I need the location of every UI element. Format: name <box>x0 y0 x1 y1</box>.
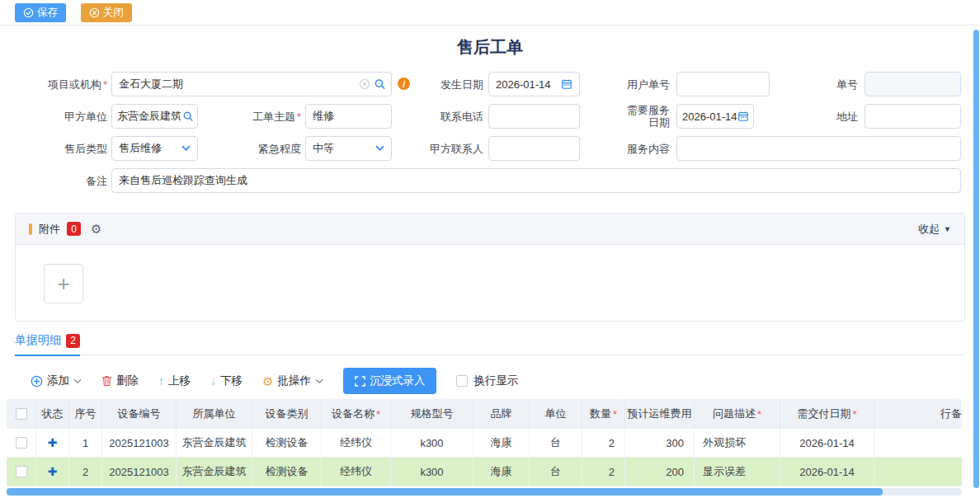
work-subject-input[interactable] <box>305 104 392 129</box>
collapse-label: 收起 <box>918 222 940 237</box>
address-field <box>865 104 961 129</box>
project-label: 项目或机构* <box>15 72 107 96</box>
status-plus-icon[interactable]: ✚ <box>48 436 58 449</box>
cell-qty[interactable]: 2 <box>582 458 625 486</box>
vertical-scrollbar-thumb[interactable] <box>973 30 979 488</box>
select-all-checkbox[interactable] <box>16 408 27 420</box>
batch-operations-button[interactable]: ⚙ 批操作 <box>262 374 323 388</box>
status-plus-icon[interactable]: ✚ <box>48 465 58 478</box>
top-action-bar: 保存 关闭 <box>0 0 980 26</box>
search-icon[interactable] <box>182 110 194 122</box>
user-order-no-input[interactable] <box>676 72 770 96</box>
chevron-down-icon <box>73 378 82 384</box>
horizontal-scrollbar-thumb[interactable] <box>7 488 883 496</box>
column-header-fee: 预计运维费用 <box>625 399 695 429</box>
party-a-unit-label: 甲方单位 <box>15 104 107 129</box>
cell-row_note[interactable] <box>874 429 962 457</box>
urgency-select[interactable]: 中等 <box>305 136 392 161</box>
cell-seq[interactable]: 2 <box>69 458 102 486</box>
party-a-contact-input[interactable] <box>488 136 580 161</box>
aftersales-type-label: 售后类型 <box>15 136 107 161</box>
row-checkbox[interactable] <box>16 466 27 477</box>
save-button[interactable]: 保存 <box>15 3 66 22</box>
clear-icon[interactable] <box>359 78 370 90</box>
wrap-display-toggle[interactable]: 换行显示 <box>456 374 518 388</box>
column-header-qty: 数量* <box>582 399 625 429</box>
row-checkbox[interactable] <box>16 437 27 449</box>
info-icon[interactable]: i <box>398 78 410 90</box>
wrap-display-checkbox[interactable] <box>456 375 468 387</box>
detail-count-badge: 2 <box>66 334 80 348</box>
urgency-field: 中等 <box>305 136 392 161</box>
cell-category[interactable]: 检测设备 <box>252 429 322 457</box>
service-date-input[interactable]: 2026-01-14 0 <box>676 104 754 129</box>
trash-icon <box>101 375 112 387</box>
cell-owner_unit[interactable]: 东营金辰建筑 <box>177 429 252 457</box>
delete-row-button[interactable]: 删除 <box>101 374 139 388</box>
tab-detail-list[interactable]: 单据明细 2 <box>15 333 80 356</box>
add-attachment-button[interactable]: + <box>44 264 83 303</box>
service-content-input[interactable] <box>676 136 961 161</box>
contact-phone-input[interactable] <box>488 104 580 129</box>
remark-input[interactable] <box>111 168 961 193</box>
column-header-name: 设备名称* <box>322 399 391 429</box>
cell-brand[interactable]: 海康 <box>474 458 530 486</box>
horizontal-scrollbar[interactable] <box>7 488 962 496</box>
cell-model[interactable]: k300 <box>391 458 474 486</box>
column-header-row_note: 行备注 <box>874 399 962 429</box>
arrow-down-icon: ↓ <box>210 374 216 388</box>
move-down-button[interactable]: ↓ 下移 <box>210 374 243 388</box>
calendar-icon[interactable] <box>561 78 572 90</box>
cell-name[interactable]: 经纬仪 <box>322 429 391 457</box>
cell-device_no[interactable]: 2025121003 <box>102 458 177 486</box>
aftersales-type-select[interactable]: 售后维修 <box>111 136 198 161</box>
immersive-entry-button[interactable]: 沉浸式录入 <box>343 368 437 394</box>
cell-row_note[interactable] <box>874 458 962 486</box>
cell-category[interactable]: 检测设备 <box>252 458 322 486</box>
occur-date-input[interactable]: 2026-01-14 <box>488 72 580 96</box>
address-input[interactable] <box>865 104 961 129</box>
aftersales-type-field: 售后维修 <box>111 136 198 161</box>
order-no-input <box>865 72 961 96</box>
cell-model[interactable]: k300 <box>391 429 474 457</box>
cell-fee[interactable]: 300 <box>625 429 695 457</box>
column-header-select[interactable] <box>7 399 36 429</box>
table-row[interactable]: ✚12025121003东营金辰建筑检测设备经纬仪k300海康台2300外观损坏… <box>7 429 962 458</box>
cell-status: ✚ <box>36 429 69 457</box>
service-date-field: 2026-01-14 0 <box>676 104 754 129</box>
cell-owner_unit[interactable]: 东营金辰建筑 <box>177 458 252 486</box>
cell-fee[interactable]: 200 <box>625 458 695 486</box>
cell-device_no[interactable]: 2025121003 <box>102 429 177 457</box>
order-no-label: 单号 <box>766 72 858 96</box>
cell-due_date[interactable]: 2026-01-14 <box>780 429 874 457</box>
cell-seq[interactable]: 1 <box>69 429 102 457</box>
cell-qty[interactable]: 2 <box>582 429 625 457</box>
add-row-button[interactable]: 添加 <box>31 374 82 388</box>
column-header-seq: 序号 <box>69 399 102 429</box>
cell-unit[interactable]: 台 <box>530 429 582 457</box>
tab-divider-line <box>15 355 965 355</box>
cell-unit[interactable]: 台 <box>530 458 582 486</box>
remark-label: 备注 <box>15 168 107 193</box>
cell-due_date[interactable]: 2026-01-14 <box>780 458 874 486</box>
cell-name[interactable]: 经纬仪 <box>322 458 391 486</box>
cell-select <box>7 458 36 486</box>
project-input[interactable] <box>111 72 392 96</box>
collapse-toggle[interactable]: 收起 ▼ <box>918 222 951 237</box>
party-a-unit-field <box>111 104 198 129</box>
cell-problem[interactable]: 显示误差 <box>695 458 780 486</box>
close-button[interactable]: 关闭 <box>81 3 132 22</box>
plus-icon: + <box>57 271 69 297</box>
table-row[interactable]: ✚22025121003东营金辰建筑检测设备经纬仪k300海康台2200显示误差… <box>7 458 962 486</box>
occur-date-field: 2026-01-14 <box>488 72 580 96</box>
calendar-icon[interactable] <box>737 110 749 122</box>
move-up-button[interactable]: ↑ 上移 <box>158 374 191 388</box>
cell-brand[interactable]: 海康 <box>474 429 530 457</box>
required-marker: * <box>613 408 617 420</box>
search-icon[interactable] <box>374 78 386 91</box>
order-no-field <box>865 72 961 96</box>
aftersales-work-order-page: 保存 关闭 售后工单 项目或机构* i 发生日期 2026-01-14 用户单号… <box>0 0 980 498</box>
gear-icon[interactable]: ⚙ <box>91 223 101 235</box>
cell-problem[interactable]: 外观损坏 <box>695 429 780 457</box>
detail-table-head: 状态序号设备编号所属单位设备类别设备名称*规格型号品牌单位数量*预计运维费用问题… <box>7 399 962 429</box>
